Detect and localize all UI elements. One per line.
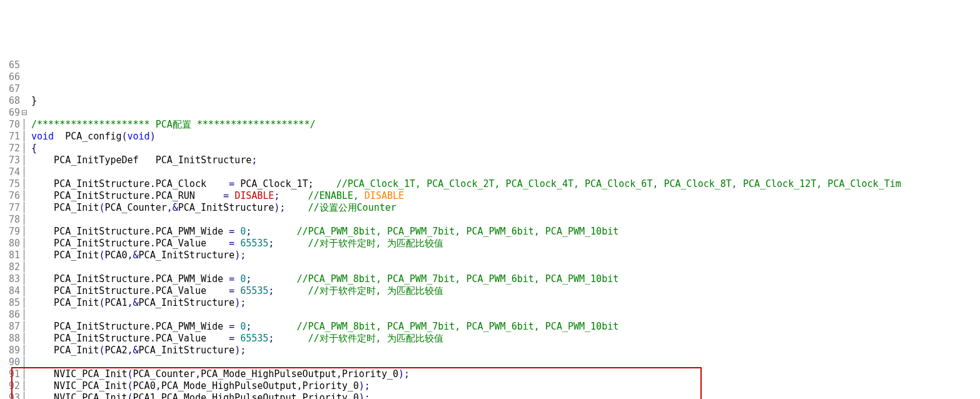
line-number: 85 xyxy=(0,297,20,309)
fold-marker: │ xyxy=(21,392,30,399)
fold-marker: │ xyxy=(21,285,30,297)
line-number: 76 xyxy=(0,190,20,202)
fold-marker: │ xyxy=(21,143,30,154)
line-number: 92 xyxy=(0,380,20,392)
line-number: 65 xyxy=(0,59,20,71)
fold-marker: │ xyxy=(21,226,30,238)
code-line[interactable]: PCA_Init(PCA1,&PCA_InitStructure); xyxy=(31,297,980,309)
fold-marker: │ xyxy=(21,321,30,333)
code-line[interactable] xyxy=(31,356,980,368)
code-line[interactable]: NVIC_PCA_Init(PCA1,PCA_Mode_HighPulseOut… xyxy=(31,392,980,399)
code-line[interactable]: PCA_InitStructure.PCA_PWM_Wide = 0; //PC… xyxy=(31,226,980,238)
line-number: 93 xyxy=(0,392,20,399)
line-number: 88 xyxy=(0,333,20,345)
line-number: 81 xyxy=(0,250,20,261)
line-number: 87 xyxy=(0,321,20,333)
fold-marker: │ xyxy=(21,202,30,214)
fold-marker: │ xyxy=(21,190,30,202)
line-number: 73 xyxy=(0,154,20,166)
line-number: 74 xyxy=(0,166,20,178)
code-line[interactable]: PCA_InitStructure.PCA_PWM_Wide = 0; //PC… xyxy=(31,273,980,285)
fold-marker: │ xyxy=(21,368,30,380)
fold-marker: │ xyxy=(21,333,30,345)
code-line[interactable]: PCA_InitStructure.PCA_RUN = DISABLE; //E… xyxy=(31,190,980,202)
fold-marker: │ xyxy=(21,238,30,250)
code-line[interactable]: PCA_InitStructure.PCA_Value = 65535; //对… xyxy=(31,333,980,345)
line-number: 89 xyxy=(0,345,20,356)
line-number: 82 xyxy=(0,261,20,273)
code-line[interactable]: PCA_Init(PCA2,&PCA_InitStructure); xyxy=(31,345,980,356)
code-line[interactable] xyxy=(31,214,980,226)
code-line[interactable]: PCA_Init(PCA_Counter,&PCA_InitStructure)… xyxy=(31,202,980,214)
code-line[interactable]: PCA_InitStructure.PCA_Clock = PCA_Clock_… xyxy=(31,178,980,190)
fold-marker: │ xyxy=(21,345,30,356)
fold-marker: │ xyxy=(21,214,30,226)
fold-marker xyxy=(21,95,30,107)
code-line[interactable]: PCA_Init(PCA0,&PCA_InitStructure); xyxy=(31,250,980,261)
line-number: 80 xyxy=(0,238,20,250)
line-number: 67 xyxy=(0,83,20,95)
code-line[interactable]: NVIC_PCA_Init(PCA0,PCA_Mode_HighPulseOut… xyxy=(31,380,980,392)
fold-column[interactable]: ⊟│││││││││││││││││││││││││└ xyxy=(21,59,30,399)
fold-marker[interactable]: ⊟ xyxy=(21,107,30,119)
code-line[interactable]: PCA_InitStructure.PCA_Value = 65535; //对… xyxy=(31,238,980,250)
fold-marker: │ xyxy=(21,154,30,166)
line-number: 84 xyxy=(0,285,20,297)
code-line[interactable]: } xyxy=(31,95,980,107)
line-number-gutter[interactable]: 6566676869707172737475767778798081828384… xyxy=(0,59,21,399)
fold-marker: │ xyxy=(21,131,30,143)
code-line[interactable]: NVIC_PCA_Init(PCA_Counter,PCA_Mode_HighP… xyxy=(31,368,980,380)
line-number: 79 xyxy=(0,226,20,238)
code-line[interactable] xyxy=(31,309,980,321)
line-number: 68 xyxy=(0,95,20,107)
code-line[interactable]: { xyxy=(31,143,980,154)
line-number: 66 xyxy=(0,71,20,83)
line-number: 86 xyxy=(0,309,20,321)
fold-marker xyxy=(21,59,30,71)
code-line[interactable]: PCA_InitTypeDef PCA_InitStructure; xyxy=(31,154,980,166)
code-line[interactable]: PCA_InitStructure.PCA_Value = 65535; //对… xyxy=(31,285,980,297)
fold-marker xyxy=(21,83,30,95)
fold-marker: │ xyxy=(21,166,30,178)
code-line[interactable]: void PCA_config(void) xyxy=(31,131,980,143)
editor-container: 6566676869707172737475767778798081828384… xyxy=(0,59,980,399)
code-line[interactable] xyxy=(31,261,980,273)
line-number: 69 xyxy=(0,107,20,119)
line-number: 70 xyxy=(0,119,20,131)
code-area[interactable]: } /******************** PCA配置 **********… xyxy=(30,59,980,399)
fold-marker: │ xyxy=(21,273,30,285)
line-number: 78 xyxy=(0,214,20,226)
line-number: 71 xyxy=(0,131,20,143)
fold-marker: │ xyxy=(21,297,30,309)
fold-marker: │ xyxy=(21,261,30,273)
fold-marker: │ xyxy=(21,309,30,321)
line-number: 77 xyxy=(0,202,20,214)
fold-marker: │ xyxy=(21,119,30,131)
fold-marker: │ xyxy=(21,178,30,190)
fold-marker xyxy=(21,71,30,83)
line-number: 90 xyxy=(0,356,20,368)
line-number: 75 xyxy=(0,178,20,190)
code-line[interactable]: PCA_InitStructure.PCA_PWM_Wide = 0; //PC… xyxy=(31,321,980,333)
fold-marker: │ xyxy=(21,356,30,368)
code-line[interactable] xyxy=(31,107,980,119)
line-number: 91 xyxy=(0,368,20,380)
code-line[interactable] xyxy=(31,166,980,178)
fold-marker: │ xyxy=(21,380,30,392)
line-number: 83 xyxy=(0,273,20,285)
fold-marker: │ xyxy=(21,250,30,261)
line-number: 72 xyxy=(0,143,20,154)
code-line[interactable]: /******************** PCA配置 ************… xyxy=(31,119,980,131)
